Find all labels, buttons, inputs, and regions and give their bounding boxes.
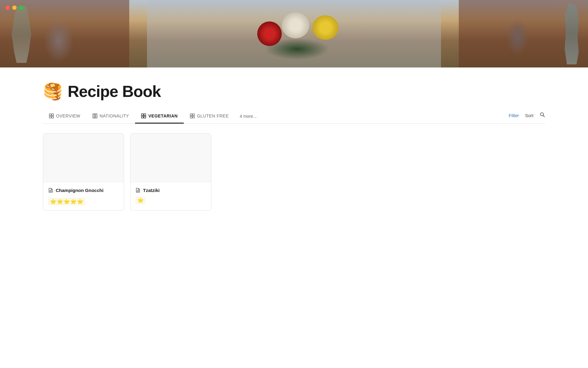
card-body-tzatziki: Tzatziki ⭐ bbox=[130, 183, 211, 209]
main-content: 🥞 Recipe Book OVERVIEW NATIONALITY bbox=[0, 67, 588, 223]
flower-white bbox=[282, 12, 309, 38]
svg-rect-6 bbox=[96, 114, 97, 118]
tab-more[interactable]: 4 more... bbox=[235, 111, 262, 123]
tab-bar: OVERVIEW NATIONALITY VEGETARIAN bbox=[43, 110, 545, 124]
card-stars-champignon: ⭐⭐⭐⭐⭐ bbox=[48, 198, 85, 205]
hero-banner bbox=[0, 0, 588, 67]
search-button[interactable] bbox=[540, 112, 545, 119]
svg-rect-0 bbox=[49, 114, 51, 116]
flower-yellow bbox=[312, 15, 338, 40]
svg-rect-10 bbox=[144, 116, 146, 118]
doc-icon-tzatziki bbox=[135, 188, 141, 194]
page-emoji: 🥞 bbox=[43, 83, 63, 99]
sort-button[interactable]: Sort bbox=[525, 113, 533, 118]
painting bbox=[0, 0, 588, 67]
search-icon bbox=[540, 112, 545, 117]
tab-more-label: 4 more... bbox=[240, 114, 257, 119]
svg-rect-5 bbox=[94, 114, 96, 118]
grid-icon bbox=[49, 113, 54, 118]
svg-rect-3 bbox=[52, 116, 54, 118]
card-title-champignon: Champignon Gnocchi bbox=[56, 187, 104, 194]
tab-overview-label: OVERVIEW bbox=[56, 113, 80, 118]
svg-rect-7 bbox=[141, 114, 143, 116]
traffic-lights bbox=[6, 6, 23, 10]
grid-icon-gluten-free bbox=[190, 113, 195, 118]
tab-nationality-label: NATIONALITY bbox=[100, 113, 129, 118]
doc-icon-champignon bbox=[48, 188, 53, 194]
filter-button[interactable]: Filter bbox=[509, 113, 519, 118]
tab-gluten-free[interactable]: GLUTEN FREE bbox=[184, 110, 235, 124]
tab-bar-left: OVERVIEW NATIONALITY VEGETARIAN bbox=[43, 110, 509, 123]
card-title-row-tzatziki: Tzatziki bbox=[135, 187, 206, 194]
card-title-tzatziki: Tzatziki bbox=[143, 187, 160, 194]
svg-point-15 bbox=[541, 113, 544, 116]
recipe-card-champignon-gnocchi[interactable]: Champignon Gnocchi ⭐⭐⭐⭐⭐ bbox=[43, 133, 124, 211]
tab-gluten-free-label: GLUTEN FREE bbox=[197, 113, 229, 118]
tab-overview[interactable]: OVERVIEW bbox=[43, 110, 86, 124]
svg-rect-13 bbox=[190, 116, 192, 118]
minimize-button[interactable] bbox=[12, 6, 17, 10]
figure-left bbox=[9, 6, 34, 63]
recipe-card-tzatziki[interactable]: Tzatziki ⭐ bbox=[130, 133, 211, 211]
tab-vegetarian[interactable]: VEGETARIAN bbox=[135, 110, 184, 124]
card-image-champignon bbox=[43, 134, 124, 183]
svg-rect-14 bbox=[193, 116, 194, 118]
card-stars-tzatziki: ⭐ bbox=[135, 197, 145, 204]
page-title-row: 🥞 Recipe Book bbox=[43, 82, 545, 101]
svg-rect-1 bbox=[52, 114, 54, 116]
tab-nationality[interactable]: NATIONALITY bbox=[86, 110, 135, 124]
grid-icon-vegetarian bbox=[141, 113, 146, 118]
svg-rect-2 bbox=[49, 116, 51, 118]
svg-rect-11 bbox=[190, 114, 192, 116]
svg-line-16 bbox=[543, 115, 545, 117]
maximize-button[interactable] bbox=[19, 6, 23, 10]
tab-vegetarian-label: VEGETARIAN bbox=[148, 113, 178, 118]
close-button[interactable] bbox=[6, 6, 10, 10]
svg-rect-4 bbox=[93, 114, 94, 118]
cards-grid: Champignon Gnocchi ⭐⭐⭐⭐⭐ Tzatziki ⭐ bbox=[43, 133, 545, 211]
figure-right bbox=[560, 3, 582, 64]
columns-icon bbox=[92, 113, 97, 118]
flower-red bbox=[257, 21, 282, 46]
svg-rect-12 bbox=[193, 114, 194, 116]
card-title-row-champignon: Champignon Gnocchi bbox=[48, 187, 119, 194]
tab-bar-right: Filter Sort bbox=[509, 112, 545, 122]
svg-rect-8 bbox=[144, 114, 146, 116]
svg-rect-9 bbox=[141, 116, 143, 118]
flowers bbox=[233, 3, 355, 64]
card-image-tzatziki bbox=[130, 134, 211, 183]
page-title: Recipe Book bbox=[68, 82, 161, 101]
card-body-champignon: Champignon Gnocchi ⭐⭐⭐⭐⭐ bbox=[43, 183, 124, 210]
